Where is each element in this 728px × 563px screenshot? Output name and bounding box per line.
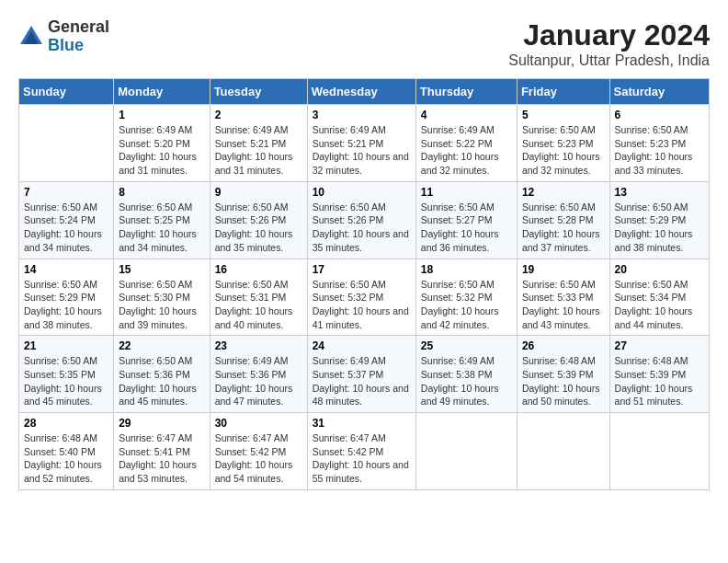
- day-number: 23: [215, 339, 302, 352]
- calendar-cell: 4Sunrise: 6:49 AMSunset: 5:22 PMDaylight…: [415, 105, 517, 182]
- day-number: 19: [522, 263, 605, 276]
- day-info: Sunrise: 6:48 AMSunset: 5:40 PMDaylight:…: [24, 431, 108, 486]
- day-number: 13: [615, 186, 704, 199]
- header-day-thursday: Thursday: [415, 79, 517, 105]
- calendar-cell: 25Sunrise: 6:49 AMSunset: 5:38 PMDayligh…: [415, 336, 517, 413]
- day-info: Sunrise: 6:50 AMSunset: 5:24 PMDaylight:…: [24, 201, 108, 255]
- calendar-cell: 28Sunrise: 6:48 AMSunset: 5:40 PMDayligh…: [19, 413, 114, 490]
- day-number: 20: [615, 263, 704, 276]
- day-info: Sunrise: 6:50 AMSunset: 5:25 PMDaylight:…: [119, 201, 204, 255]
- day-number: 28: [24, 417, 108, 430]
- week-row-5: 28Sunrise: 6:48 AMSunset: 5:40 PMDayligh…: [19, 413, 710, 490]
- day-number: 7: [24, 186, 108, 199]
- day-info: Sunrise: 6:50 AMSunset: 5:36 PMDaylight:…: [119, 354, 204, 408]
- calendar-cell: [415, 413, 517, 490]
- day-info: Sunrise: 6:49 AMSunset: 5:36 PMDaylight:…: [215, 354, 302, 408]
- day-info: Sunrise: 6:50 AMSunset: 5:23 PMDaylight:…: [615, 123, 704, 178]
- calendar-cell: 11Sunrise: 6:50 AMSunset: 5:27 PMDayligh…: [415, 181, 517, 259]
- calendar-cell: 13Sunrise: 6:50 AMSunset: 5:29 PMDayligh…: [609, 181, 709, 259]
- calendar-cell: 31Sunrise: 6:47 AMSunset: 5:42 PMDayligh…: [307, 413, 415, 490]
- calendar-cell: 23Sunrise: 6:49 AMSunset: 5:36 PMDayligh…: [210, 336, 307, 413]
- day-info: Sunrise: 6:47 AMSunset: 5:41 PMDaylight:…: [119, 431, 204, 486]
- day-number: 1: [119, 109, 204, 121]
- day-info: Sunrise: 6:50 AMSunset: 5:26 PMDaylight:…: [215, 201, 302, 255]
- day-info: Sunrise: 6:50 AMSunset: 5:33 PMDaylight:…: [522, 278, 605, 332]
- day-number: 11: [421, 186, 512, 199]
- day-number: 29: [119, 417, 204, 430]
- day-number: 30: [215, 417, 302, 430]
- week-row-1: 1Sunrise: 6:49 AMSunset: 5:20 PMDaylight…: [19, 105, 710, 182]
- day-number: 4: [421, 109, 512, 121]
- day-number: 17: [313, 263, 411, 276]
- logo-general: General: [48, 17, 109, 36]
- page-title: January 2024: [508, 18, 710, 52]
- calendar-cell: 27Sunrise: 6:48 AMSunset: 5:39 PMDayligh…: [609, 336, 709, 413]
- day-number: 15: [119, 263, 204, 276]
- day-number: 9: [215, 186, 302, 199]
- day-info: Sunrise: 6:49 AMSunset: 5:22 PMDaylight:…: [421, 123, 512, 178]
- week-row-4: 21Sunrise: 6:50 AMSunset: 5:35 PMDayligh…: [19, 336, 710, 413]
- header-day-monday: Monday: [114, 79, 210, 105]
- day-info: Sunrise: 6:50 AMSunset: 5:26 PMDaylight:…: [313, 201, 411, 255]
- calendar-cell: 6Sunrise: 6:50 AMSunset: 5:23 PMDaylight…: [609, 105, 709, 182]
- calendar-cell: 21Sunrise: 6:50 AMSunset: 5:35 PMDayligh…: [19, 336, 114, 413]
- calendar-cell: 7Sunrise: 6:50 AMSunset: 5:24 PMDaylight…: [19, 181, 114, 259]
- day-info: Sunrise: 6:49 AMSunset: 5:21 PMDaylight:…: [313, 123, 411, 178]
- day-info: Sunrise: 6:50 AMSunset: 5:29 PMDaylight:…: [615, 201, 704, 255]
- header-day-tuesday: Tuesday: [210, 79, 307, 105]
- day-info: Sunrise: 6:47 AMSunset: 5:42 PMDaylight:…: [215, 431, 302, 486]
- calendar-cell: 18Sunrise: 6:50 AMSunset: 5:32 PMDayligh…: [415, 259, 517, 336]
- day-number: 3: [313, 109, 411, 121]
- header-day-wednesday: Wednesday: [307, 79, 415, 105]
- logo: General Blue: [18, 18, 109, 55]
- calendar-cell: [517, 413, 609, 490]
- calendar-cell: 10Sunrise: 6:50 AMSunset: 5:26 PMDayligh…: [307, 181, 415, 259]
- day-number: 12: [522, 186, 605, 199]
- week-row-3: 14Sunrise: 6:50 AMSunset: 5:29 PMDayligh…: [19, 259, 710, 336]
- header-day-saturday: Saturday: [609, 79, 709, 105]
- day-info: Sunrise: 6:49 AMSunset: 5:20 PMDaylight:…: [119, 123, 204, 178]
- page-subtitle: Sultanpur, Uttar Pradesh, India: [508, 52, 710, 69]
- day-number: 24: [313, 339, 411, 352]
- day-info: Sunrise: 6:48 AMSunset: 5:39 PMDaylight:…: [522, 354, 605, 408]
- calendar-cell: 30Sunrise: 6:47 AMSunset: 5:42 PMDayligh…: [210, 413, 307, 490]
- calendar-cell: 15Sunrise: 6:50 AMSunset: 5:30 PMDayligh…: [114, 259, 210, 336]
- header-day-sunday: Sunday: [19, 79, 114, 105]
- calendar-cell: 2Sunrise: 6:49 AMSunset: 5:21 PMDaylight…: [210, 105, 307, 182]
- day-info: Sunrise: 6:48 AMSunset: 5:39 PMDaylight:…: [615, 354, 704, 408]
- calendar-cell: 26Sunrise: 6:48 AMSunset: 5:39 PMDayligh…: [517, 336, 609, 413]
- day-number: 5: [522, 109, 605, 121]
- logo-blue: Blue: [48, 36, 84, 54]
- week-row-2: 7Sunrise: 6:50 AMSunset: 5:24 PMDaylight…: [19, 181, 710, 259]
- day-info: Sunrise: 6:50 AMSunset: 5:28 PMDaylight:…: [522, 201, 605, 255]
- calendar-cell: 8Sunrise: 6:50 AMSunset: 5:25 PMDaylight…: [114, 181, 210, 259]
- day-info: Sunrise: 6:50 AMSunset: 5:35 PMDaylight:…: [24, 354, 108, 408]
- day-info: Sunrise: 6:49 AMSunset: 5:21 PMDaylight:…: [215, 123, 302, 178]
- calendar-cell: 5Sunrise: 6:50 AMSunset: 5:23 PMDaylight…: [517, 105, 609, 182]
- day-number: 8: [119, 186, 204, 199]
- calendar-cell: [609, 413, 709, 490]
- day-info: Sunrise: 6:49 AMSunset: 5:37 PMDaylight:…: [313, 354, 411, 408]
- day-number: 6: [615, 109, 704, 121]
- day-number: 22: [119, 339, 204, 352]
- logo-icon: [18, 24, 44, 50]
- day-number: 26: [522, 339, 605, 352]
- calendar-cell: [19, 105, 114, 182]
- calendar-cell: 12Sunrise: 6:50 AMSunset: 5:28 PMDayligh…: [517, 181, 609, 259]
- day-info: Sunrise: 6:50 AMSunset: 5:23 PMDaylight:…: [522, 123, 605, 178]
- day-info: Sunrise: 6:50 AMSunset: 5:29 PMDaylight:…: [24, 278, 108, 332]
- calendar-cell: 22Sunrise: 6:50 AMSunset: 5:36 PMDayligh…: [114, 336, 210, 413]
- calendar-cell: 20Sunrise: 6:50 AMSunset: 5:34 PMDayligh…: [609, 259, 709, 336]
- day-number: 18: [421, 263, 512, 276]
- day-info: Sunrise: 6:50 AMSunset: 5:32 PMDaylight:…: [421, 278, 512, 332]
- calendar-cell: 14Sunrise: 6:50 AMSunset: 5:29 PMDayligh…: [19, 259, 114, 336]
- day-info: Sunrise: 6:49 AMSunset: 5:38 PMDaylight:…: [421, 354, 512, 408]
- calendar-cell: 17Sunrise: 6:50 AMSunset: 5:32 PMDayligh…: [307, 259, 415, 336]
- title-block: January 2024 Sultanpur, Uttar Pradesh, I…: [508, 18, 710, 69]
- page-header: General Blue January 2024 Sultanpur, Utt…: [18, 18, 710, 69]
- day-info: Sunrise: 6:50 AMSunset: 5:32 PMDaylight:…: [313, 278, 411, 332]
- calendar-table: SundayMondayTuesdayWednesdayThursdayFrid…: [18, 78, 710, 490]
- day-number: 16: [215, 263, 302, 276]
- logo-text: General Blue: [48, 18, 109, 55]
- day-number: 27: [615, 339, 704, 352]
